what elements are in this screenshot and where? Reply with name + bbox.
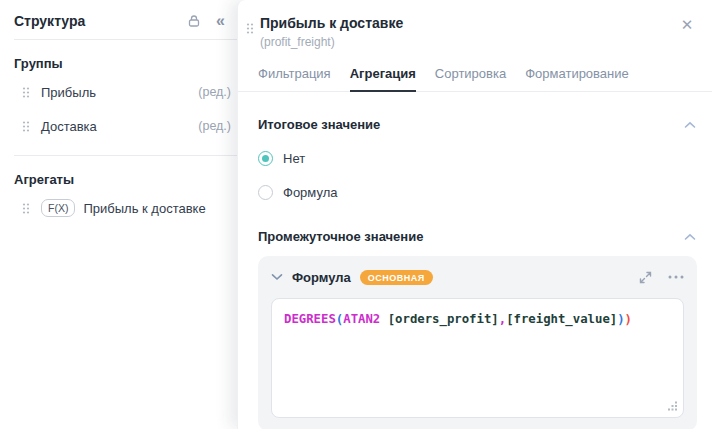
panel-subtitle: (profit_freight) xyxy=(260,35,672,49)
aggregate-item-profit-freight[interactable]: F(X) Прибыль к доставке xyxy=(0,191,237,225)
structure-panel-title: Структура xyxy=(14,13,186,29)
chevron-up-icon[interactable] xyxy=(684,233,696,241)
total-value-section-header: Итоговое значение xyxy=(238,117,712,132)
intermediate-value-heading: Промежуточное значение xyxy=(258,229,684,244)
formula-fx-badge: F(X) xyxy=(41,199,75,217)
group-item-delivery[interactable]: Доставка (ред.) xyxy=(0,109,237,143)
groups-heading: Группы xyxy=(0,40,237,75)
field-settings-panel: Прибыль к доставке (profit_freight) ✕ Фи… xyxy=(237,0,712,429)
settings-tabs: Фильтрация Агрегация Сортировка Форматир… xyxy=(238,58,712,92)
drag-handle-icon[interactable] xyxy=(22,202,30,215)
formula-editor[interactable]: DEGREES(ATAN2 [orders_profit],[freight_v… xyxy=(271,298,684,418)
aggregates-heading: Агрегаты xyxy=(0,156,237,191)
radio-label: Нет xyxy=(283,151,305,166)
tab-aggregation[interactable]: Агрегация xyxy=(350,58,416,91)
formula-code-line: DEGREES(ATAN2 [orders_profit],[freight_v… xyxy=(284,311,671,328)
group-item-label: Доставка xyxy=(41,119,97,134)
drag-handle-icon[interactable] xyxy=(22,120,30,133)
total-value-heading: Итоговое значение xyxy=(258,117,684,132)
aggregate-item-label: Прибыль к доставке xyxy=(83,201,205,216)
formula-card-header: Формула ОСНОВНАЯ xyxy=(271,265,684,289)
tab-sorting[interactable]: Сортировка xyxy=(435,58,506,91)
structure-panel-header: Структура « xyxy=(0,0,237,39)
chevron-down-icon[interactable] xyxy=(271,273,283,281)
lock-icon[interactable] xyxy=(186,13,202,29)
radio-selected-icon[interactable] xyxy=(258,151,273,166)
more-options-icon[interactable] xyxy=(668,275,684,279)
edit-link[interactable]: (ред.) xyxy=(198,119,231,133)
resize-handle-icon[interactable] xyxy=(667,401,678,412)
collapse-panel-icon[interactable]: « xyxy=(216,13,225,29)
formula-card-title: Формула xyxy=(292,270,351,285)
edit-link[interactable]: (ред.) xyxy=(198,85,231,99)
tab-filtering[interactable]: Фильтрация xyxy=(258,58,331,91)
drag-handle-icon[interactable] xyxy=(246,21,254,39)
panel-header: Прибыль к доставке (profit_freight) ✕ xyxy=(238,0,712,49)
radio-unselected-icon[interactable] xyxy=(258,185,273,200)
close-icon[interactable]: ✕ xyxy=(678,16,696,34)
group-item-profit[interactable]: Прибыль (ред.) xyxy=(0,75,237,109)
drag-handle-icon[interactable] xyxy=(22,86,30,99)
panel-title: Прибыль к доставке xyxy=(260,15,672,31)
formula-token: ) xyxy=(617,312,624,326)
formula-token: [freight_value] xyxy=(506,312,617,326)
radio-option-none[interactable]: Нет xyxy=(238,151,712,166)
group-item-label: Прибыль xyxy=(41,85,96,100)
formula-token: DEGREES xyxy=(284,312,336,326)
formula-token: [orders_profit] xyxy=(380,312,498,326)
chevron-up-icon[interactable] xyxy=(684,121,696,129)
structure-panel: Структура « Группы Прибыль (ред.) xyxy=(0,0,237,429)
primary-badge: ОСНОВНАЯ xyxy=(360,270,433,285)
formula-token: ATAN2 xyxy=(343,312,380,326)
tab-formatting[interactable]: Форматирование xyxy=(525,58,629,91)
formula-card: Формула ОСНОВНАЯ DEGREES(ATAN2 [orders_p… xyxy=(258,256,697,429)
expand-icon[interactable] xyxy=(639,271,652,284)
intermediate-value-section-header: Промежуточное значение xyxy=(238,229,712,244)
formula-token: ) xyxy=(625,312,632,326)
radio-option-formula[interactable]: Формула xyxy=(238,185,712,200)
radio-label: Формула xyxy=(283,185,337,200)
